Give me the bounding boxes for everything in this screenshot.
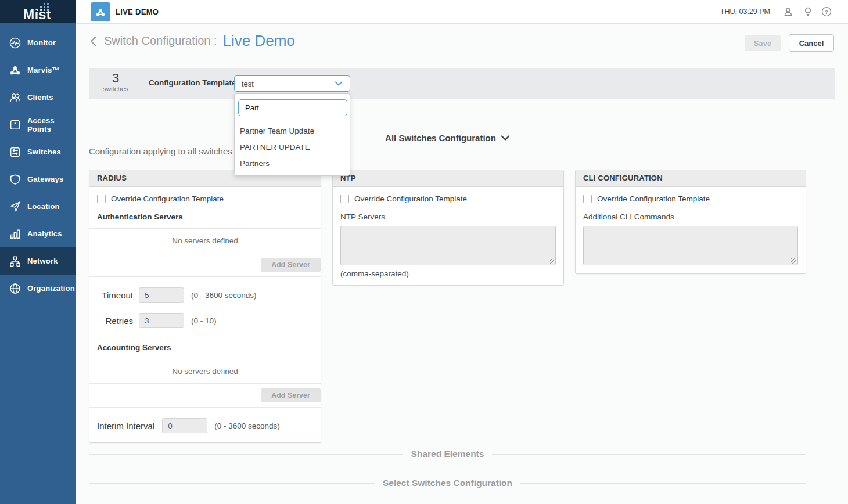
- template-option[interactable]: Partner Team Update: [235, 123, 350, 139]
- sidebar-item-analytics[interactable]: Analytics: [0, 220, 76, 247]
- cancel-button[interactable]: Cancel: [789, 34, 834, 52]
- template-options-list: Partner Team Update PARTNER UPDATE Partn…: [235, 123, 350, 172]
- template-search-input[interactable]: Part: [238, 99, 347, 116]
- ntp-servers-hint: (comma-separated): [340, 269, 556, 278]
- shared-elements-section-header: Shared Elements: [89, 445, 806, 463]
- sidebar-item-label: Location: [27, 202, 60, 211]
- divider-line: [89, 483, 375, 484]
- interim-interval-input[interactable]: 0: [162, 418, 207, 433]
- sidebar-item-organization[interactable]: Organization: [0, 275, 76, 302]
- sidebar-item-access-points[interactable]: Access Points: [0, 111, 76, 138]
- auth-servers-label: Authentication Servers: [97, 213, 313, 221]
- sidebar-item-label: Clients: [27, 93, 53, 102]
- auth-add-server-row: Add Server: [89, 253, 321, 277]
- cli-override-label: Override Configuration Template: [597, 195, 710, 203]
- cli-override-checkbox-row[interactable]: Override Configuration Template: [583, 195, 798, 203]
- timeout-input[interactable]: 5: [139, 287, 184, 303]
- sidebar-item-marvis[interactable]: Marvis™: [0, 56, 76, 84]
- all-switches-section-header: All Switches Configuration: [89, 129, 806, 146]
- sidebar-item-label: Organization: [27, 284, 75, 293]
- mist-logo[interactable]: Mist: [0, 0, 76, 23]
- app-root: Mist: [0, 0, 848, 504]
- template-search-value: Part: [245, 103, 259, 112]
- chevron-down-icon: [335, 81, 343, 87]
- organization-icon: [8, 282, 22, 296]
- access-points-icon: [8, 118, 22, 132]
- chevron-down-icon: [501, 135, 510, 141]
- org-name[interactable]: LIVE DEMO: [116, 8, 159, 16]
- sidebar-item-network[interactable]: Network: [0, 247, 76, 275]
- switch-count-number: 3: [100, 71, 131, 85]
- help-icon[interactable]: ?: [820, 5, 833, 18]
- sidebar: Mist: [0, 0, 76, 504]
- template-option[interactable]: PARTNER UPDATE: [235, 139, 350, 156]
- template-dropdown-panel: Part Partner Team Update PARTNER UPDATE …: [234, 93, 350, 176]
- radius-panel: RADIUS Override Configuration Template A…: [89, 170, 321, 443]
- sidebar-item-location[interactable]: Location: [0, 193, 76, 220]
- sidebar-item-monitor[interactable]: Monitor: [0, 29, 76, 56]
- cli-override-checkbox[interactable]: [583, 195, 592, 203]
- accounting-add-server-button[interactable]: Add Server: [261, 388, 321, 402]
- timeout-label: Timeout: [97, 290, 133, 300]
- radius-override-checkbox-row[interactable]: Override Configuration Template: [97, 195, 313, 203]
- interim-interval-hint: (0 - 3600 seconds): [214, 422, 280, 430]
- cli-commands-label: Additional CLI Commands: [583, 213, 798, 221]
- divider-line: [517, 138, 806, 138]
- summary-bar: 3 switches Configuration Template test: [89, 68, 835, 99]
- main-content: Switch Configuration : Live Demo Save Ca…: [76, 24, 848, 504]
- timeout-hint: (0 - 3600 seconds): [191, 291, 257, 300]
- switch-count: 3 switches: [100, 71, 131, 92]
- org-icon[interactable]: [91, 2, 110, 21]
- user-icon[interactable]: [782, 5, 795, 18]
- resize-handle[interactable]: [791, 258, 796, 264]
- page-head: Switch Configuration : Live Demo Save Ca…: [89, 32, 834, 59]
- gateways-icon: [8, 172, 22, 186]
- accounting-servers-label: Accounting Servers: [97, 343, 313, 352]
- sidebar-item-switches[interactable]: Switches: [0, 138, 76, 165]
- topbar: LIVE DEMO THU, 03:29 PM ?: [76, 0, 848, 24]
- radius-override-checkbox[interactable]: [97, 195, 106, 203]
- radius-override-label: Override Configuration Template: [111, 195, 224, 203]
- ntp-panel: NTP Override Configuration Template NTP …: [332, 170, 564, 286]
- ntp-servers-textarea[interactable]: [340, 226, 556, 265]
- ntp-servers-label: NTP Servers: [340, 213, 556, 221]
- ntp-override-label: Override Configuration Template: [354, 195, 467, 203]
- divider-line: [89, 454, 403, 455]
- all-switches-toggle[interactable]: All Switches Configuration: [385, 133, 510, 143]
- interim-interval-label: Interim Interval: [97, 421, 154, 431]
- bulb-icon[interactable]: [802, 5, 814, 18]
- marvis-icon: [8, 63, 22, 77]
- switches-icon: [8, 145, 22, 159]
- timeout-row: Timeout 5 (0 - 3600 seconds): [97, 287, 313, 303]
- interim-interval-row: Interim Interval 0 (0 - 3600 seconds): [97, 418, 313, 433]
- clock-text: THU, 03:29 PM: [720, 8, 770, 16]
- auth-add-server-button[interactable]: Add Server: [261, 258, 321, 272]
- configuration-template-select[interactable]: test: [234, 75, 350, 92]
- retries-hint: (0 - 10): [191, 316, 217, 325]
- ntp-override-checkbox-row[interactable]: Override Configuration Template: [340, 195, 556, 203]
- switch-count-unit: switches: [100, 85, 131, 92]
- monitor-icon: [8, 36, 22, 50]
- ntp-panel-header: NTP: [333, 170, 563, 187]
- text-caret: [260, 103, 260, 112]
- back-chevron-icon[interactable]: [89, 35, 98, 49]
- clients-icon: [8, 91, 22, 105]
- retries-label: Retries: [97, 316, 133, 326]
- sidebar-item-gateways[interactable]: Gateways: [0, 165, 76, 193]
- cli-panel: CLI CONFIGURATION Override Configuration…: [575, 170, 806, 274]
- mist-logo-dots-icon: [37, 2, 52, 12]
- ntp-override-checkbox[interactable]: [340, 195, 349, 203]
- divider-line: [492, 454, 806, 455]
- select-switches-section-header: Select Switches Configuration: [89, 474, 806, 492]
- sidebar-item-clients[interactable]: Clients: [0, 84, 76, 111]
- template-option[interactable]: Partners: [235, 156, 350, 172]
- sidebar-item-label: Monitor: [27, 38, 56, 47]
- cli-commands-textarea[interactable]: [583, 226, 798, 265]
- divider-line: [520, 483, 806, 484]
- sidebar-item-label: Gateways: [27, 175, 63, 183]
- resize-handle[interactable]: [549, 258, 554, 264]
- save-button[interactable]: Save: [745, 35, 781, 51]
- accounting-servers-empty: No servers defined: [89, 359, 321, 384]
- retries-input[interactable]: 3: [139, 313, 184, 328]
- all-switches-title: All Switches Configuration: [385, 133, 496, 143]
